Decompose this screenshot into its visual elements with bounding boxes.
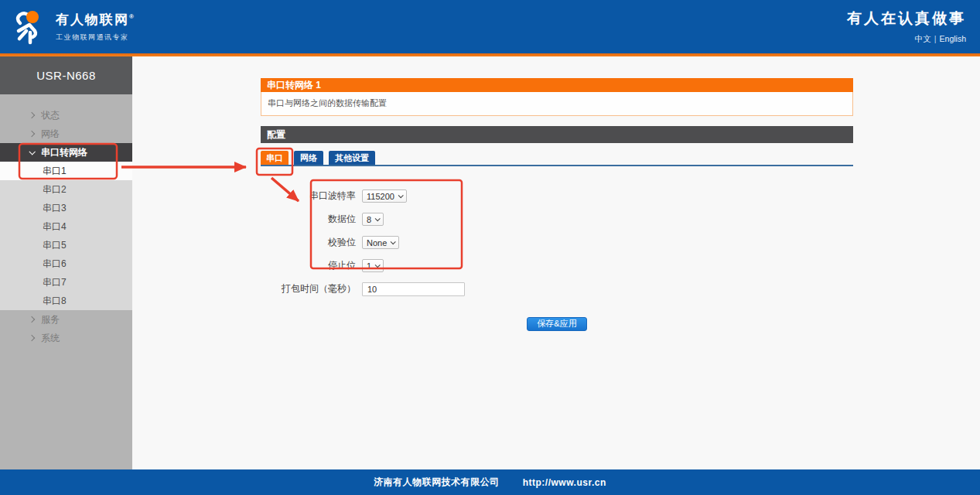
- header-right: 有人在认真做事 中文|English: [847, 9, 966, 45]
- sidebar-item-uart7[interactable]: 串口7: [0, 273, 132, 292]
- sidebar: USR-N668 状态网络串口转网络串口1串口2串口3串口4串口5串口6串口7串…: [0, 56, 132, 469]
- sidebar-item-uart3[interactable]: 串口3: [0, 199, 132, 217]
- form-row-baud-rate: 串口波特率115200: [261, 189, 853, 203]
- sidebar-item-uart6[interactable]: 串口6: [0, 254, 132, 273]
- sidebar-item-uart8[interactable]: 串口8: [0, 292, 132, 310]
- stop-bits-label: 停止位: [261, 259, 356, 272]
- registered-mark: ®: [129, 13, 135, 20]
- sidebar-item-label: 服务: [41, 313, 60, 326]
- sidebar-item-uart2[interactable]: 串口2: [0, 180, 132, 199]
- lang-english-link[interactable]: English: [940, 34, 966, 43]
- sidebar-item-network[interactable]: 网络: [0, 125, 132, 143]
- sidebar-item-label: 状态: [41, 109, 60, 122]
- chevron-right-icon: [29, 316, 35, 323]
- footer: 济南有人物联网技术有限公司 http://www.usr.cn: [0, 469, 980, 495]
- sidebar-item-label: 系统: [41, 332, 60, 345]
- chevron-down-icon: [391, 239, 396, 244]
- chevron-down-icon: [398, 193, 404, 198]
- chevron-right-icon: [29, 131, 35, 137]
- save-apply-button[interactable]: 保存&应用: [527, 317, 586, 331]
- content-column: 串口转网络 1 串口与网络之间的数据传输配置 配置 串口网络其他设置 串口波特率…: [261, 78, 853, 331]
- parity-select[interactable]: None: [362, 236, 399, 249]
- page-description: 串口与网络之间的数据传输配置: [261, 92, 853, 116]
- baud-rate-value: 115200: [367, 192, 394, 201]
- language-switcher: 中文|English: [847, 34, 966, 45]
- data-bits-select[interactable]: 8: [362, 213, 384, 226]
- sidebar-item-label: 串口8: [43, 295, 67, 308]
- sidebar-item-uart5[interactable]: 串口5: [0, 236, 132, 254]
- usr-logo-icon: [9, 8, 50, 48]
- chevron-down-icon: [375, 216, 381, 221]
- sidebar-item-system[interactable]: 系统: [0, 329, 132, 347]
- sidebar-item-uart4[interactable]: 串口4: [0, 217, 132, 236]
- data-bits-value: 8: [367, 215, 371, 224]
- tab-bar: 串口网络其他设置: [261, 151, 853, 166]
- tab-other-settings[interactable]: 其他设置: [329, 151, 375, 165]
- chevron-right-icon: [29, 335, 35, 341]
- top-header: 有人物联网® 工业物联网通讯专家 有人在认真做事 中文|English: [0, 0, 980, 53]
- sidebar-item-uart-net[interactable]: 串口转网络: [0, 143, 132, 162]
- button-row: 保存&应用: [261, 316, 853, 331]
- footer-url[interactable]: http://www.usr.cn: [523, 477, 606, 488]
- sidebar-item-label: 串口转网络: [41, 146, 87, 159]
- device-name: USR-N668: [0, 56, 132, 94]
- header-slogan: 有人在认真做事: [847, 9, 966, 29]
- logo-text: 有人物联网® 工业物联网通讯专家: [56, 11, 135, 43]
- logo-title: 有人物联网®: [56, 11, 135, 29]
- chevron-down-icon: [375, 262, 381, 268]
- page-title: 串口转网络 1: [261, 78, 853, 92]
- parity-label: 校验位: [261, 236, 356, 249]
- sidebar-item-label: 串口4: [43, 220, 67, 234]
- pack-time-label: 打包时间（毫秒）: [261, 282, 356, 295]
- main-area: 串口转网络 1 串口与网络之间的数据传输配置 配置 串口网络其他设置 串口波特率…: [132, 56, 980, 469]
- footer-company: 济南有人物联网技术有限公司: [374, 476, 500, 489]
- baud-rate-select[interactable]: 115200: [362, 189, 407, 203]
- sidebar-item-label: 串口6: [43, 258, 67, 271]
- sidebar-item-label: 串口1: [43, 165, 67, 178]
- form-row-stop-bits: 停止位1: [261, 259, 853, 272]
- chevron-right-icon: [29, 112, 35, 118]
- form-row-data-bits: 数据位8: [261, 213, 853, 226]
- pack-time-input[interactable]: [362, 282, 465, 296]
- serial-settings-form: 串口波特率115200数据位8校验位None停止位1打包时间（毫秒）: [261, 189, 853, 295]
- sidebar-menu: 状态网络串口转网络串口1串口2串口3串口4串口5串口6串口7串口8服务系统: [0, 94, 132, 347]
- sidebar-item-service[interactable]: 服务: [0, 310, 132, 329]
- lang-divider: |: [934, 34, 937, 43]
- sidebar-item-label: 串口7: [43, 276, 67, 289]
- stop-bits-select[interactable]: 1: [362, 259, 384, 272]
- data-bits-label: 数据位: [261, 213, 356, 226]
- tab-serial[interactable]: 串口: [261, 151, 289, 165]
- sidebar-item-label: 网络: [41, 128, 60, 141]
- form-row-parity: 校验位None: [261, 236, 853, 249]
- sidebar-item-label: 串口5: [43, 239, 67, 252]
- section-title: 配置: [261, 126, 853, 143]
- sidebar-item-status[interactable]: 状态: [0, 106, 132, 125]
- baud-rate-label: 串口波特率: [261, 189, 356, 203]
- tab-network[interactable]: 网络: [294, 151, 323, 165]
- stop-bits-value: 1: [367, 261, 371, 271]
- logo: 有人物联网® 工业物联网通讯专家: [9, 6, 135, 48]
- page: 有人物联网® 工业物联网通讯专家 有人在认真做事 中文|English USR-…: [0, 0, 980, 495]
- sidebar-item-label: 串口3: [43, 202, 67, 215]
- parity-value: None: [367, 238, 387, 248]
- chevron-down-icon: [29, 148, 35, 155]
- lang-chinese-link[interactable]: 中文: [915, 34, 931, 43]
- sidebar-item-label: 串口2: [43, 183, 67, 196]
- logo-subtitle: 工业物联网通讯专家: [56, 32, 135, 43]
- sidebar-item-uart1[interactable]: 串口1: [0, 162, 132, 180]
- form-row-pack-time: 打包时间（毫秒）: [261, 282, 853, 295]
